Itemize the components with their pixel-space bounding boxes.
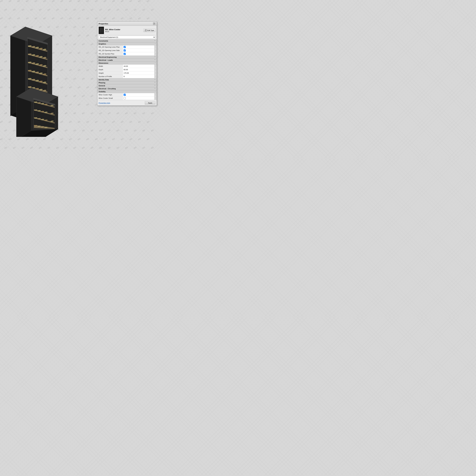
prop-label-wine-cooler-small: Wine Cooler Small xyxy=(97,97,123,100)
prop-row-wine-cooler-small: Wine Cooler Small ⋮ xyxy=(97,97,157,100)
prop-row-height: Height 170.00 ⋮ xyxy=(97,71,157,75)
prop-label-opening-lines-plan: RD_2D Opening Lines Plan xyxy=(97,45,123,49)
svg-rect-80 xyxy=(145,30,146,30)
graphics-expand-icon: ⠈ xyxy=(154,43,155,45)
cooler-illustration xyxy=(1,18,76,137)
checkbox-symbol-plan[interactable] xyxy=(124,53,126,55)
section-identity-data-label: Identity Data xyxy=(99,79,109,81)
edit-type-icon xyxy=(145,29,147,31)
section-phasing-label: Phasing xyxy=(99,82,105,84)
electrical-circuiting-collapse-icon: ⠉ xyxy=(154,88,155,89)
prop-row-depth: Depth 60.00 ⋮ xyxy=(97,68,157,71)
prop-btn-height[interactable]: ⋮ xyxy=(154,71,157,75)
prop-row-width: Width 44.00 ⋮ xyxy=(97,65,157,68)
prop-value-width[interactable]: 44.00 xyxy=(123,65,154,68)
prop-btn-wine-cooler-high[interactable]: ⋮ xyxy=(154,93,157,96)
checkbox-wine-cooler-high[interactable] xyxy=(124,94,126,96)
checkbox-opening-lines-plan[interactable] xyxy=(124,46,126,48)
prop-row-number-of-profile: Number of Profile 8 ⋮ xyxy=(97,75,157,78)
category-dropdown[interactable]: Electrical Equipment (1) xyxy=(99,36,155,39)
prop-row-opening-lines-plan: RD_2D Opening Lines Plan ⋮ xyxy=(97,45,157,49)
prop-value-symbol-plan xyxy=(123,52,154,55)
prop-label-symbol-plan: RD_2D Symbol Plan xyxy=(97,52,123,55)
prop-btn-number-of-profile[interactable]: ⋮ xyxy=(154,75,157,78)
prop-row-opening-lines-side: RD_2D Opening Lines Side ⋮ xyxy=(97,49,157,52)
prop-btn-symbol-plan[interactable]: ⋮ xyxy=(154,52,157,55)
prop-label-wine-cooler-high: Wine Cooler High xyxy=(97,93,123,96)
prop-value-wine-cooler-small xyxy=(123,97,154,100)
dimensions-expand-icon: ⠈ xyxy=(154,62,155,64)
section-identity-data[interactable]: Identity Data ⠉ xyxy=(97,78,157,81)
element-sub: Black xyxy=(105,31,120,33)
section-visibility[interactable]: Visibility ⠈ xyxy=(97,90,157,93)
identity-data-collapse-icon: ⠉ xyxy=(154,79,155,81)
element-icon xyxy=(99,27,104,34)
section-general[interactable]: General ⠉ xyxy=(97,84,157,87)
section-visibility-label: Visibility xyxy=(99,91,106,93)
prop-value-wine-cooler-high xyxy=(123,93,154,96)
apply-button[interactable]: Apply xyxy=(145,101,155,104)
category-dropdown-row: Electrical Equipment (1) xyxy=(97,35,157,39)
section-electrical-loads-label: Electrical - Loads xyxy=(99,59,113,61)
section-electrical-loads[interactable]: Electrical - Loads ⠉ xyxy=(97,59,157,62)
electrical-engineering-collapse-icon: ⠉ xyxy=(154,56,155,58)
canvas-area xyxy=(0,0,86,159)
section-electrical-engineering-label: Electrical Engineering xyxy=(99,56,117,58)
prop-label-depth: Depth xyxy=(97,68,123,71)
prop-value-number-of-profile[interactable]: 8 xyxy=(123,75,154,78)
svg-rect-78 xyxy=(101,28,102,32)
prop-value-opening-lines-side xyxy=(123,49,154,52)
prop-value-depth[interactable]: 60.00 xyxy=(123,68,154,71)
prop-btn-depth[interactable]: ⋮ xyxy=(154,68,157,71)
checkbox-wine-cooler-small[interactable] xyxy=(124,97,126,99)
prop-row-symbol-plan: RD_2D Symbol Plan ⋮ xyxy=(97,52,157,56)
edit-type-button[interactable]: Edit Type xyxy=(143,29,155,32)
prop-btn-opening-lines-plan[interactable]: ⋮ xyxy=(154,45,157,49)
prop-label-height: Height xyxy=(97,71,123,75)
prop-btn-width[interactable]: ⋮ xyxy=(154,65,157,68)
panel-header: RD_Wine Cooler Black Edit Type xyxy=(97,26,157,35)
section-dimensions-label: Dimensions xyxy=(99,62,108,64)
svg-rect-83 xyxy=(145,31,146,31)
section-dimensions[interactable]: Dimensions ⠈ xyxy=(97,62,157,65)
properties-panel: Properties × RD_Wine Cooler Black Edit T… xyxy=(97,22,157,106)
panel-title: Properties xyxy=(99,23,108,25)
section-graphics[interactable]: Graphics ⠈ xyxy=(97,42,157,45)
constraints-collapse-icon: ⠉ xyxy=(154,40,155,42)
element-name: RD_Wine Cooler xyxy=(105,28,120,31)
section-general-label: General xyxy=(99,85,105,86)
section-electrical-circuiting-label: Electrical - Circuiting xyxy=(99,88,116,89)
phasing-collapse-icon: ⠉ xyxy=(154,82,155,84)
prop-value-opening-lines-plan xyxy=(123,45,154,49)
checkbox-opening-lines-side[interactable] xyxy=(124,49,126,51)
prop-label-number-of-profile: Number of Profile xyxy=(97,75,123,78)
prop-label-width: Width xyxy=(97,65,123,68)
close-button[interactable]: × xyxy=(153,22,155,25)
prop-label-opening-lines-side: RD_2D Opening Lines Side xyxy=(97,49,123,52)
prop-btn-wine-cooler-small[interactable]: ⋮ xyxy=(154,97,157,100)
panel-footer: Properties help Apply xyxy=(97,100,157,105)
visibility-expand-icon: ⠈ xyxy=(154,91,155,93)
section-phasing[interactable]: Phasing ⠉ xyxy=(97,81,157,84)
element-info: RD_Wine Cooler Black xyxy=(105,28,120,33)
general-collapse-icon: ⠉ xyxy=(154,85,155,86)
prop-row-wine-cooler-high: Wine Cooler High ⋮ xyxy=(97,93,157,97)
svg-rect-81 xyxy=(146,30,146,30)
prop-btn-opening-lines-side[interactable]: ⋮ xyxy=(154,49,157,52)
section-constraints[interactable]: Constraints ⠉ xyxy=(97,39,157,42)
section-graphics-label: Graphics xyxy=(99,43,106,45)
section-constraints-label: Constraints xyxy=(99,40,108,42)
section-electrical-engineering[interactable]: Electrical Engineering ⠉ xyxy=(97,56,157,59)
prop-value-height[interactable]: 170.00 xyxy=(123,71,154,75)
electrical-loads-collapse-icon: ⠉ xyxy=(154,59,155,61)
properties-help-link[interactable]: Properties help xyxy=(99,102,110,104)
edit-type-label: Edit Type xyxy=(147,30,154,31)
panel-titlebar: Properties × xyxy=(97,22,157,26)
section-electrical-circuiting[interactable]: Electrical - Circuiting ⠉ xyxy=(97,87,157,90)
